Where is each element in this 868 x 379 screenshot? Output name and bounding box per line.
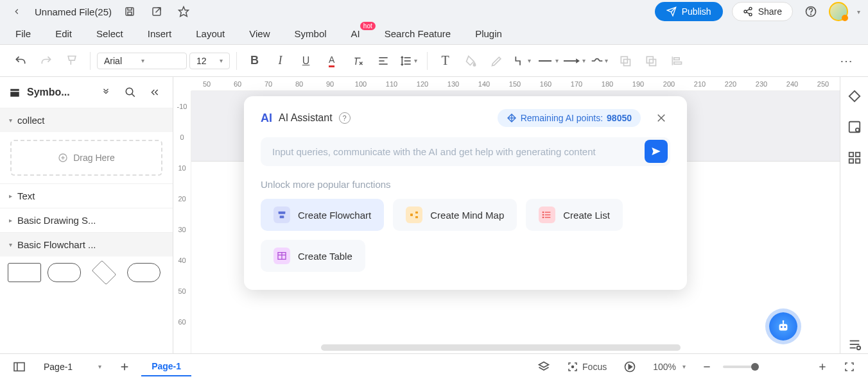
menu-insert[interactable]: Insert [148, 28, 172, 39]
arrow-style-button[interactable]: ▾ [562, 49, 586, 72]
fullscreen-icon[interactable] [838, 358, 860, 375]
svg-rect-50 [279, 212, 286, 214]
svg-rect-51 [280, 215, 284, 218]
svg-rect-35 [849, 122, 860, 133]
external-icon[interactable] [148, 3, 166, 21]
sidebar-header: Symbo... [0, 77, 173, 108]
save-icon[interactable] [121, 3, 139, 21]
back-icon[interactable] [8, 3, 26, 21]
align-button[interactable] [372, 49, 395, 72]
menu-file[interactable]: File [15, 28, 31, 39]
menu-edit[interactable]: Edit [55, 28, 72, 39]
align-objects-button[interactable] [665, 49, 688, 72]
collapse-sidebar-icon[interactable] [146, 83, 164, 101]
menu-view[interactable]: View [249, 28, 270, 39]
font-size-value: 12 [196, 56, 207, 66]
toolbar-more-button[interactable]: ⋯ [833, 53, 859, 69]
publish-button[interactable]: Publish [655, 2, 723, 21]
zoom-value[interactable]: 100%▾ [648, 359, 691, 375]
sidebar-title: Symbo... [27, 87, 91, 98]
italic-button[interactable]: I [269, 49, 292, 72]
font-family-select[interactable]: Arial▾ [97, 53, 187, 69]
line-style-button[interactable]: ▾ [537, 49, 560, 72]
clear-format-button[interactable] [346, 49, 369, 72]
sidebar-expand-icon[interactable] [97, 83, 115, 101]
mindmap-icon [406, 206, 422, 223]
line-spacing-button[interactable]: ▾ [397, 49, 421, 72]
properties-icon[interactable] [846, 118, 864, 136]
svg-point-4 [749, 7, 752, 10]
plus-icon [58, 153, 68, 163]
underline-button[interactable]: U [295, 49, 318, 72]
layer-front-button[interactable] [614, 49, 637, 72]
ai-points-badge[interactable]: Remaining AI points: 98050 [498, 109, 641, 127]
user-avatar[interactable] [829, 2, 848, 21]
drag-here-box[interactable]: Drag Here [10, 140, 162, 176]
menu-plugin[interactable]: Plugin [475, 28, 502, 39]
close-icon[interactable] [652, 109, 670, 127]
zoom-out-button[interactable] [697, 360, 716, 374]
text-tool-button[interactable]: T [434, 49, 457, 72]
sidebar-section-text[interactable]: ▸Text [0, 183, 173, 208]
ai-panel-title: AI Assistant [279, 112, 333, 124]
svg-marker-3 [179, 7, 189, 17]
zoom-in-button[interactable] [813, 360, 832, 374]
horizontal-scrollbar[interactable] [321, 344, 681, 351]
layers-icon[interactable] [532, 358, 555, 376]
avatar-caret-icon[interactable]: ▾ [857, 8, 860, 15]
theme-icon[interactable] [846, 87, 864, 105]
list-settings-icon[interactable] [846, 335, 864, 353]
file-name[interactable]: Unnamed File(25) [35, 6, 112, 17]
page-tab[interactable]: Page-1 [141, 357, 191, 376]
connector-button[interactable]: ▾ [511, 49, 534, 72]
share-label: Share [758, 6, 782, 17]
svg-point-58 [543, 212, 544, 212]
layer-back-button[interactable] [639, 49, 663, 72]
shape-rectangle[interactable] [8, 263, 41, 282]
menu-symbol[interactable]: Symbol [295, 28, 327, 39]
shape-diamond[interactable] [92, 260, 116, 285]
page-dropdown[interactable]: Page-1▾ [37, 359, 108, 375]
menu-select[interactable]: Select [96, 28, 123, 39]
line-jump-button[interactable]: ▾ [588, 49, 611, 72]
text-color-button[interactable]: A [320, 49, 343, 72]
menu-ai[interactable]: AIhot [351, 28, 360, 39]
zoom-slider[interactable] [723, 366, 755, 368]
menu-search-feature[interactable]: Search Feature [385, 28, 451, 39]
sidebar-section-basic-drawing[interactable]: ▸Basic Drawing S... [0, 208, 173, 232]
pen-button[interactable] [485, 49, 508, 72]
bold-button[interactable]: B [243, 49, 266, 72]
svg-rect-37 [849, 153, 853, 156]
page-layout-icon[interactable] [8, 359, 31, 375]
sidebar-section-basic-flowchart[interactable]: ▾Basic Flowchart ... [0, 232, 173, 257]
svg-rect-26 [673, 62, 681, 63]
font-size-select[interactable]: 12▾ [189, 53, 230, 69]
undo-button[interactable] [9, 49, 32, 72]
star-icon[interactable] [175, 3, 193, 21]
ai-query-input[interactable] [263, 140, 637, 164]
svg-point-59 [543, 214, 544, 215]
table-icon [273, 248, 290, 264]
help-icon[interactable] [802, 3, 820, 21]
ai-floating-button[interactable] [769, 312, 797, 341]
chip-create-flowchart[interactable]: Create Flowchart [261, 199, 384, 231]
chip-create-list[interactable]: Create List [526, 199, 623, 231]
ai-send-button[interactable] [645, 140, 668, 163]
flowchart-icon [273, 206, 290, 223]
grid-icon[interactable] [846, 149, 864, 167]
add-page-button[interactable] [114, 359, 135, 375]
menu-layout[interactable]: Layout [196, 28, 225, 39]
share-button[interactable]: Share [732, 2, 793, 21]
section-label: Text [17, 190, 35, 201]
chip-create-table[interactable]: Create Table [261, 240, 365, 272]
fill-button[interactable] [460, 49, 483, 72]
shape-terminator[interactable] [127, 263, 161, 282]
chip-create-mindmap[interactable]: Create Mind Map [393, 199, 517, 231]
format-painter-button[interactable] [60, 49, 83, 72]
presentation-icon[interactable] [618, 358, 641, 376]
shape-rounded-rect[interactable] [48, 263, 81, 282]
sidebar-section-collect[interactable]: ▾collect [0, 108, 173, 132]
focus-button[interactable]: Focus [562, 358, 612, 375]
search-icon[interactable] [121, 83, 139, 101]
redo-button[interactable] [35, 49, 58, 72]
